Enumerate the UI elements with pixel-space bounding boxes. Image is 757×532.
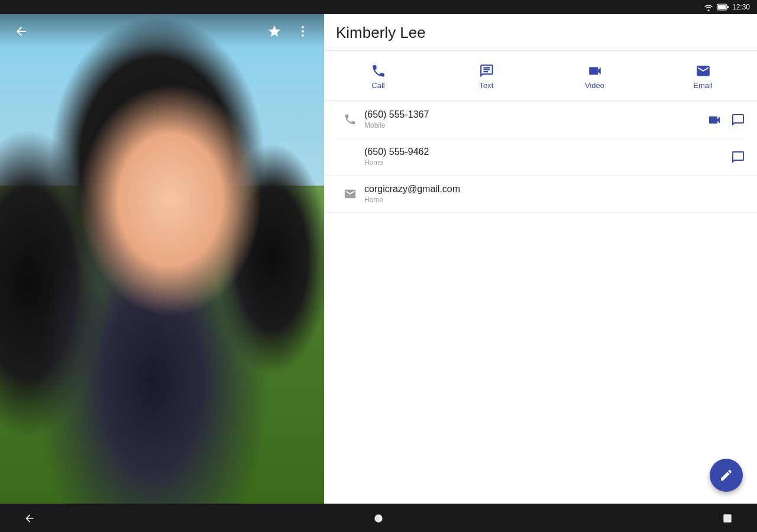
recent-nav-icon — [722, 512, 733, 524]
video-icon — [587, 61, 603, 79]
call-button[interactable]: Call — [324, 56, 432, 96]
phone-1-type: Mobile — [364, 121, 707, 129]
phone-2-actions — [731, 149, 745, 164]
svg-rect-1 — [727, 6, 729, 8]
contact-details: (650) 555-1367 Mobile — [324, 101, 757, 504]
phone-detail-icon — [344, 113, 357, 126]
phone-icon-col — [336, 113, 364, 126]
wifi-icon — [704, 4, 713, 11]
star-icon — [267, 24, 282, 38]
person-overlay — [0, 14, 324, 504]
video-call-icon — [707, 113, 722, 127]
sms-icon — [731, 113, 745, 127]
text-icon — [479, 61, 494, 79]
phone-svg — [371, 63, 386, 79]
email-1-content: corgicrazy@gmail.com Home — [364, 184, 745, 204]
status-bar: 12:30 — [0, 0, 757, 14]
phone-1-text-button[interactable] — [731, 112, 745, 127]
email-detail-icon — [344, 187, 357, 200]
toolbar-right — [263, 18, 315, 43]
phone-2-content: (650) 555-9462 Home — [364, 147, 731, 167]
phone-section: (650) 555-1367 Mobile — [324, 101, 757, 176]
email-label: Email — [693, 81, 713, 90]
svg-point-3 — [302, 26, 304, 28]
phone-row-1: (650) 555-1367 Mobile — [336, 101, 745, 138]
phone-1-content: (650) 555-1367 Mobile — [364, 109, 707, 129]
phone-1-number: (650) 555-1367 — [364, 109, 707, 120]
svg-point-4 — [302, 30, 304, 33]
contact-header: Kimberly Lee — [324, 14, 757, 51]
home-nav-icon — [373, 512, 384, 524]
back-button[interactable] — [9, 18, 33, 43]
svg-point-6 — [374, 515, 382, 523]
email-button[interactable]: Email — [649, 56, 757, 96]
more-icon — [296, 24, 310, 38]
svg-rect-2 — [717, 5, 726, 9]
svg-point-5 — [302, 34, 304, 37]
videocam-svg — [587, 63, 603, 79]
video-button[interactable]: Video — [541, 56, 649, 96]
toolbar-left — [9, 18, 33, 43]
back-nav-icon — [24, 512, 35, 524]
svg-rect-7 — [723, 515, 731, 523]
video-label: Video — [585, 81, 604, 90]
phone-2-type: Home — [364, 158, 731, 167]
left-panel — [0, 14, 324, 504]
phone-row-2: (650) 555-9462 Home — [336, 138, 745, 175]
text-label: Text — [480, 81, 494, 90]
email-icon — [695, 61, 711, 79]
home-nav-button[interactable] — [373, 511, 384, 525]
more-button[interactable] — [291, 18, 315, 43]
call-icon — [371, 61, 386, 79]
status-time: 12:30 — [732, 3, 750, 11]
recent-nav-button[interactable] — [722, 511, 733, 525]
edit-fab[interactable] — [710, 459, 743, 492]
email-1-address: corgicrazy@gmail.com — [364, 184, 745, 194]
phone-2-text-button[interactable] — [731, 149, 745, 164]
email-icon-col — [336, 187, 364, 200]
email-section: corgicrazy@gmail.com Home — [324, 176, 757, 213]
star-button[interactable] — [263, 18, 286, 43]
nav-bar — [0, 504, 757, 532]
email-row-1: corgicrazy@gmail.com Home — [336, 176, 745, 212]
status-icons: 12:30 — [704, 3, 750, 11]
main-content: Kimberly Lee Call Text — [0, 14, 757, 504]
email-svg — [695, 63, 711, 79]
edit-icon — [719, 468, 733, 482]
back-icon — [14, 24, 28, 38]
left-toolbar — [0, 14, 324, 47]
back-nav-button[interactable] — [24, 511, 35, 525]
email-1-type: Home — [364, 196, 745, 204]
chat-svg — [479, 63, 494, 79]
action-buttons: Call Text Video — [324, 51, 757, 101]
text-button[interactable]: Text — [432, 56, 541, 96]
right-panel: Kimberly Lee Call Text — [324, 14, 757, 504]
phone-2-number: (650) 555-9462 — [364, 147, 731, 157]
phone-1-actions — [707, 112, 745, 127]
contact-name: Kimberly Lee — [336, 24, 745, 50]
call-label: Call — [371, 81, 384, 90]
battery-icon — [717, 4, 729, 11]
sms-icon-2 — [731, 150, 745, 164]
phone-1-video-button[interactable] — [707, 112, 722, 127]
